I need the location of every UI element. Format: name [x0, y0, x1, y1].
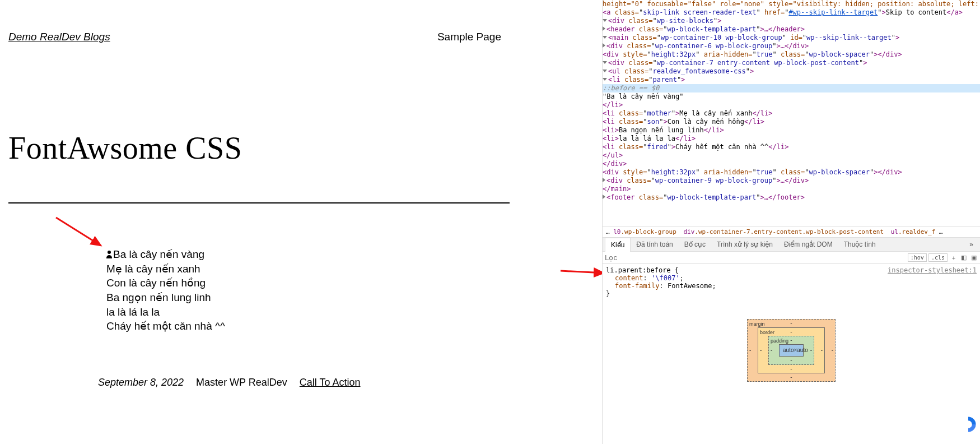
site-title-link[interactable]: Demo RealDev Blogs — [8, 31, 110, 43]
tab-styles[interactable]: Kiểu — [605, 238, 631, 252]
tab-dom-breakpoints[interactable]: Điểm ngắt DOM — [778, 238, 838, 251]
list-item-fired: Cháy hết một căn nhà ^^ — [106, 319, 510, 334]
site-header: Demo RealDev Blogs Sample Page — [0, 0, 510, 43]
devtools-pane: height="0" focusable="false" role="none"… — [602, 0, 980, 444]
title-divider — [8, 202, 510, 203]
dom-node[interactable]: </ul> — [603, 151, 980, 160]
recaptcha-icon — [959, 415, 978, 434]
rule-source-link[interactable]: inspector-stylesheet:1 — [888, 266, 977, 274]
dom-text-node[interactable]: "Ba là cây nến vàng" — [603, 92, 980, 101]
dom-node[interactable]: <div class="wp-container-6 wp-block-grou… — [603, 42, 980, 50]
list-item-mother: Mẹ là cây nến xanh — [106, 262, 510, 276]
tabs-overflow-icon[interactable]: » — [965, 238, 978, 251]
dom-node[interactable]: <div class="wp-site-blocks"> — [603, 17, 980, 25]
dom-node[interactable]: <div style="height:32px" aria-hidden="tr… — [603, 168, 980, 177]
user-icon — [106, 251, 113, 258]
post-meta: September 8, 2022 Master WP RealDev Call… — [98, 377, 510, 388]
hov-toggle-button[interactable]: :hov — [908, 253, 927, 262]
list-item-parent: Ba là cây nến vàng — [106, 247, 510, 262]
tab-layout[interactable]: Bố cục — [679, 238, 711, 251]
list-item-label: Ba là cây nến vàng — [113, 248, 204, 260]
elements-breadcrumb[interactable]: … l0.wp-block-group div.wp-container-7.e… — [603, 226, 980, 238]
dom-node[interactable]: <main class="wp-container-10 wp-block-gr… — [603, 34, 980, 42]
dom-node-selected[interactable]: ⋯::before == $0 — [603, 84, 980, 92]
svg-line-3 — [561, 271, 602, 273]
tab-computed[interactable]: Đã tính toán — [631, 238, 678, 251]
styles-tabs: Kiểu Đã tính toán Bố cục Trình xử lý sự … — [603, 238, 980, 252]
tab-properties[interactable]: Thuộc tính — [838, 238, 881, 251]
dom-node[interactable]: <li>Ba ngọn nến lung linh</li> — [603, 126, 980, 135]
dom-node[interactable]: <div class="wp-container-7 entry-content… — [603, 59, 980, 67]
box-model-diagram[interactable]: margin ---- border ---- padding ---- aut… — [747, 319, 836, 382]
rule-close: } — [606, 290, 977, 298]
dom-node[interactable]: <ul class="realdev_fontawesome-css"> — [603, 67, 980, 76]
page-content-pane[interactable]: Demo RealDev Blogs Sample Page FontAwsom… — [0, 0, 602, 444]
content-list: Ba là cây nến vàng Mẹ là cây nến xanh Co… — [106, 247, 510, 334]
dom-node[interactable]: <li class="son">Con là cây nến hồng</li> — [603, 118, 980, 126]
list-item: Ba ngọn nến lung linh — [106, 290, 510, 305]
dom-node[interactable]: <li class="mother">Mẹ là cây nến xanh</l… — [603, 109, 980, 118]
main-content: FontAwsome CSS Ba là cây nến vàng Mẹ là … — [0, 130, 510, 388]
box-model-content: auto×auto — [779, 344, 804, 357]
styles-body[interactable]: inspector-stylesheet:1li.parent:before {… — [603, 264, 980, 444]
dom-node[interactable]: height="0" focusable="false" role="none"… — [603, 0, 980, 8]
new-style-rule-icon[interactable]: + — [950, 255, 958, 261]
dom-node[interactable]: <header class="wp-block-template-part">…… — [603, 25, 980, 34]
dom-node[interactable]: <div class="wp-container-9 wp-block-grou… — [603, 177, 980, 185]
dom-node[interactable]: <footer class="wp-block-template-part">…… — [603, 193, 980, 202]
list-item-son: Con là cây nến hồng — [106, 276, 510, 290]
dom-node[interactable]: <a class="skip-link screen-reader-text" … — [603, 8, 980, 17]
post-author: Master WP RealDev — [196, 377, 287, 388]
elements-dom-tree[interactable]: height="0" focusable="false" role="none"… — [603, 0, 980, 226]
recaptcha-badge[interactable] — [956, 410, 980, 438]
styles-filter-row: :hov .cls + ◧ ▣ — [603, 252, 980, 264]
dom-node[interactable]: <li class="parent"> — [603, 76, 980, 84]
post-date: September 8, 2022 — [98, 377, 184, 388]
styles-filter-input[interactable] — [605, 253, 906, 262]
rendering-icon[interactable]: ▣ — [970, 254, 978, 261]
rule-selector[interactable]: li.parent:before { — [606, 266, 679, 274]
style-declaration[interactable]: content: '\f007'; — [606, 274, 977, 282]
annotation-arrow-icon — [559, 266, 602, 278]
dom-node[interactable]: <li>la là lá la la</li> — [603, 135, 980, 143]
call-to-action-link[interactable]: Call To Action — [300, 377, 361, 388]
style-declaration[interactable]: font-family: FontAwesome; — [606, 282, 977, 290]
page-title: FontAwsome CSS — [8, 130, 510, 166]
cls-toggle-button[interactable]: .cls — [928, 253, 948, 262]
list-item: la là lá la la — [106, 305, 510, 320]
dom-node[interactable]: </div> — [603, 160, 980, 168]
dom-node[interactable]: <div style="height:32px" aria-hidden="tr… — [603, 50, 980, 59]
nav-sample-page[interactable]: Sample Page — [437, 31, 501, 43]
computed-sidebar-icon[interactable]: ◧ — [960, 254, 968, 261]
dom-node[interactable]: </li> — [603, 101, 980, 109]
tab-event-listeners[interactable]: Trình xử lý sự kiện — [711, 238, 778, 251]
dom-node[interactable]: <li class="fired">Cháy hết một căn nhà ^… — [603, 143, 980, 151]
dom-node[interactable]: </main> — [603, 185, 980, 193]
